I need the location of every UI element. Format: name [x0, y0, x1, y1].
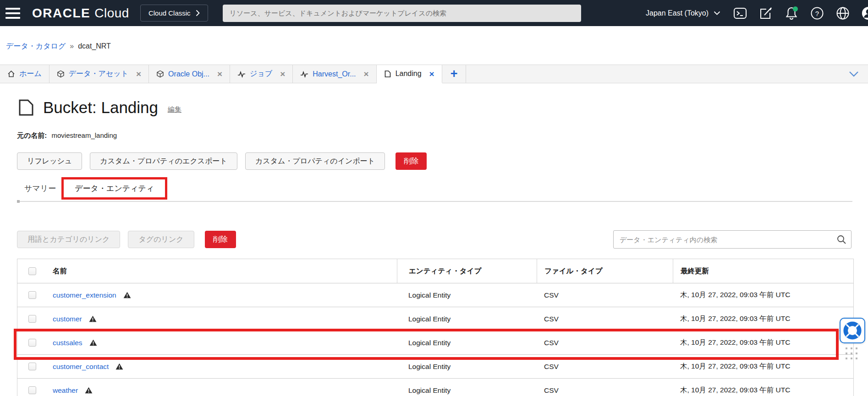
entities-table: 名前 エンティティ・タイプ ファイル・タイプ 最終更新 customer_ext… [17, 259, 854, 396]
table-row: customer_contact Logical Entity CSV 木, 1… [17, 355, 853, 379]
row-checkbox[interactable] [28, 339, 36, 347]
brand-oracle: ORACLE [32, 6, 90, 21]
search-icon[interactable] [836, 234, 846, 244]
annotation-box-data-entities: データ・エンティティ [61, 177, 167, 200]
cloud-shell-icon[interactable] [733, 6, 747, 20]
entity-link[interactable]: customer_contact [53, 363, 109, 371]
main-content: Bucket: Landing 編集 元の名前: moviestream_lan… [0, 98, 868, 396]
refresh-button[interactable]: リフレッシュ [17, 152, 82, 170]
entity-type-cell: Logical Entity [397, 363, 537, 371]
header-file-type: ファイル・タイプ [537, 259, 673, 283]
tabs-overflow-chevron-icon[interactable] [849, 71, 859, 77]
file-type-cell: CSV [537, 386, 673, 395]
svg-text:?: ? [815, 9, 819, 17]
help-circle-icon[interactable]: ? [810, 6, 824, 20]
delete-button[interactable]: 削除 [396, 152, 427, 170]
tab-close-icon[interactable]: × [364, 70, 369, 78]
oracle-cloud-logo: ORACLE Cloud [32, 6, 129, 21]
link-terms-categories-button[interactable]: 用語とカテゴリのリンク [17, 231, 120, 248]
edit-announcements-icon[interactable] [759, 6, 773, 20]
original-name-label: 元の名前: [17, 131, 47, 139]
entity-link[interactable]: weather [53, 386, 78, 395]
divider-handle [17, 200, 20, 203]
cube-icon [57, 70, 65, 78]
subtabs: サマリー データ・エンティティ [17, 177, 868, 199]
page-title: Bucket: Landing [43, 98, 158, 117]
region-label: Japan East (Tokyo) [646, 9, 709, 17]
entities-toolbar: 用語とカテゴリのリンク タグのリンク 削除 [17, 230, 852, 249]
warning-icon [123, 292, 131, 298]
link-tags-button[interactable]: タグのリンク [128, 231, 194, 248]
cloud-classic-button[interactable]: Cloud Classic [140, 5, 208, 22]
notification-badge [793, 6, 798, 11]
entity-link[interactable]: customer [53, 315, 82, 323]
topbar: ORACLE Cloud Cloud Classic Japan East (T… [0, 0, 868, 26]
breadcrumb-parent-link[interactable]: データ・カタログ [6, 42, 66, 51]
tab-label: Harvest_Or... [313, 70, 356, 78]
row-checkbox[interactable] [28, 315, 36, 323]
edit-link[interactable]: 編集 [168, 105, 181, 114]
entity-type-cell: Logical Entity [397, 291, 537, 299]
global-search-input[interactable] [223, 5, 581, 22]
region-selector[interactable]: Japan East (Tokyo) [646, 9, 720, 17]
new-tab-button[interactable]: + [442, 65, 467, 83]
table-header-row: 名前 エンティティ・タイプ ファイル・タイプ 最終更新 [17, 259, 853, 283]
last-updated-cell: 木, 10月 27, 2022, 09:03 午前 UTC [673, 362, 853, 371]
subtab-summary[interactable]: サマリー [24, 183, 56, 194]
export-custom-properties-button[interactable]: カスタム・プロパティのエクスポート [90, 152, 237, 170]
table-row: customer Logical Entity CSV 木, 10月 27, 2… [17, 307, 853, 331]
entity-link[interactable]: customer_extension [53, 291, 116, 299]
drag-handle[interactable] [846, 347, 865, 359]
file-type-cell: CSV [537, 315, 673, 323]
notifications-bell-icon[interactable] [785, 6, 798, 20]
warning-icon [115, 363, 123, 370]
tab-home[interactable]: ホーム [0, 65, 49, 83]
home-icon [7, 70, 15, 78]
title-row: Bucket: Landing 編集 [17, 98, 868, 117]
tab-close-icon[interactable]: × [217, 70, 222, 78]
row-checkbox[interactable] [28, 363, 36, 370]
help-widget [840, 318, 865, 359]
warning-icon [85, 387, 93, 394]
tab-bar: ホーム データ・アセット × Oracle Obj... × ジョブ × Har… [0, 65, 868, 83]
select-all-checkbox[interactable] [28, 267, 36, 275]
tab-label: データ・アセット [69, 69, 128, 79]
header-entity-type: エンティティ・タイプ [397, 259, 537, 283]
entity-type-cell: Logical Entity [397, 339, 537, 347]
user-avatar-icon[interactable] [862, 6, 868, 20]
file-type-cell: CSV [537, 363, 673, 371]
tab-oracle-object[interactable]: Oracle Obj... × [149, 65, 230, 83]
warning-icon [89, 339, 97, 346]
last-updated-cell: 木, 10月 27, 2022, 09:03 午前 UTC [673, 290, 853, 300]
subtab-data-entities[interactable]: データ・エンティティ [75, 184, 154, 193]
import-custom-properties-button[interactable]: カスタム・プロパティのインポート [245, 152, 385, 170]
menu-icon[interactable] [5, 8, 20, 19]
row-checkbox[interactable] [28, 386, 36, 394]
life-ring-icon [843, 321, 862, 340]
table-row: customer_extension Logical Entity CSV 木,… [17, 283, 853, 307]
tab-close-icon[interactable]: × [429, 70, 434, 78]
row-checkbox[interactable] [28, 291, 36, 299]
table-row: weather Logical Entity CSV 木, 10月 27, 20… [17, 379, 853, 396]
section-divider [17, 201, 852, 202]
original-name-value: moviestream_landing [52, 131, 117, 139]
last-updated-cell: 木, 10月 27, 2022, 09:03 午前 UTC [673, 314, 853, 324]
tab-harvest[interactable]: Harvest_Or... × [293, 65, 376, 83]
tab-data-assets[interactable]: データ・アセット × [49, 65, 149, 83]
folder-icon [384, 70, 391, 78]
help-button[interactable] [840, 318, 865, 343]
tab-landing-active[interactable]: Landing × [377, 65, 442, 83]
globe-language-icon[interactable] [836, 6, 850, 20]
tab-label: Oracle Obj... [168, 70, 209, 78]
tab-close-icon[interactable]: × [136, 70, 141, 78]
brand-cloud: Cloud [94, 6, 129, 21]
delete-entities-button[interactable]: 削除 [205, 231, 236, 248]
tab-close-icon[interactable]: × [280, 70, 285, 78]
file-type-cell: CSV [537, 291, 673, 299]
original-name-row: 元の名前: moviestream_landing [17, 131, 868, 140]
entity-search-input[interactable] [613, 230, 852, 249]
entity-link[interactable]: custsales [53, 339, 82, 347]
file-type-cell: CSV [537, 339, 673, 347]
tab-jobs[interactable]: ジョブ × [230, 65, 293, 83]
bucket-folder-icon [17, 98, 35, 117]
